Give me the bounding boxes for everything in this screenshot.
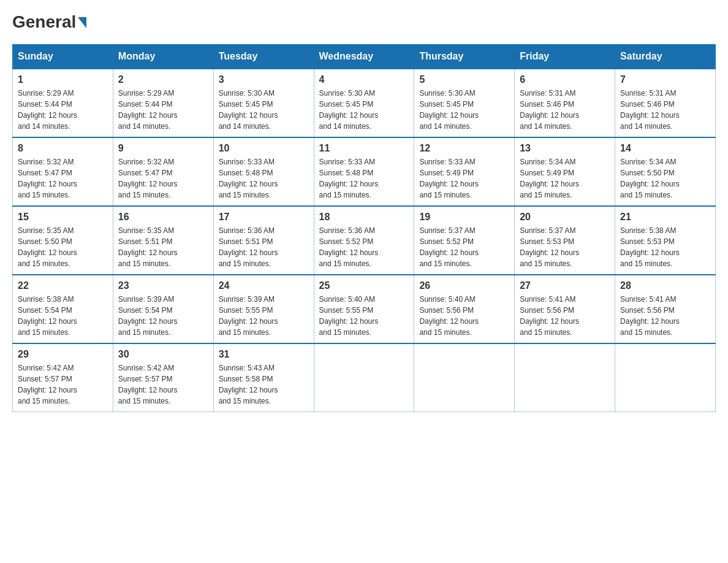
day-number: 29	[18, 349, 108, 360]
day-info: Sunrise: 5:34 AMSunset: 5:49 PMDaylight:…	[520, 156, 610, 201]
day-info: Sunrise: 5:33 AMSunset: 5:48 PMDaylight:…	[319, 156, 409, 201]
day-info: Sunrise: 5:40 AMSunset: 5:55 PMDaylight:…	[319, 294, 409, 338]
day-cell-3: 3Sunrise: 5:30 AMSunset: 5:45 PMDaylight…	[213, 69, 314, 137]
day-info: Sunrise: 5:39 AMSunset: 5:54 PMDaylight:…	[118, 294, 208, 338]
empty-cell	[314, 343, 414, 412]
weekday-header-tuesday: Tuesday	[213, 45, 314, 69]
day-number: 15	[18, 212, 108, 223]
day-cell-17: 17Sunrise: 5:36 AMSunset: 5:51 PMDayligh…	[213, 206, 314, 275]
day-cell-10: 10Sunrise: 5:33 AMSunset: 5:48 PMDayligh…	[213, 137, 314, 206]
day-number: 1	[18, 74, 108, 85]
weekday-header-monday: Monday	[113, 45, 213, 69]
logo: General	[12, 12, 86, 32]
weekday-header-friday: Friday	[515, 45, 615, 69]
day-number: 12	[419, 143, 509, 154]
day-number: 22	[18, 280, 108, 291]
day-number: 5	[419, 74, 509, 85]
day-number: 6	[520, 74, 610, 85]
day-cell-8: 8Sunrise: 5:32 AMSunset: 5:47 PMDaylight…	[13, 137, 113, 206]
day-number: 16	[118, 212, 208, 223]
day-info: Sunrise: 5:42 AMSunset: 5:57 PMDaylight:…	[18, 362, 108, 407]
day-cell-29: 29Sunrise: 5:42 AMSunset: 5:57 PMDayligh…	[13, 343, 113, 412]
day-info: Sunrise: 5:35 AMSunset: 5:51 PMDaylight:…	[118, 225, 208, 269]
day-cell-2: 2Sunrise: 5:29 AMSunset: 5:44 PMDaylight…	[113, 69, 213, 137]
day-info: Sunrise: 5:41 AMSunset: 5:56 PMDaylight:…	[520, 294, 610, 338]
day-number: 11	[319, 143, 409, 154]
day-number: 14	[620, 143, 710, 154]
day-cell-11: 11Sunrise: 5:33 AMSunset: 5:48 PMDayligh…	[314, 137, 414, 206]
weekday-header-thursday: Thursday	[414, 45, 515, 69]
day-cell-27: 27Sunrise: 5:41 AMSunset: 5:56 PMDayligh…	[515, 275, 615, 343]
day-number: 3	[219, 74, 309, 85]
week-row-4: 22Sunrise: 5:38 AMSunset: 5:54 PMDayligh…	[13, 275, 716, 343]
day-info: Sunrise: 5:33 AMSunset: 5:48 PMDaylight:…	[219, 156, 309, 201]
day-number: 24	[219, 280, 309, 291]
day-cell-13: 13Sunrise: 5:34 AMSunset: 5:49 PMDayligh…	[515, 137, 615, 206]
page-header: General	[12, 12, 716, 32]
day-info: Sunrise: 5:40 AMSunset: 5:56 PMDaylight:…	[419, 294, 509, 338]
day-number: 30	[118, 349, 208, 360]
day-info: Sunrise: 5:29 AMSunset: 5:44 PMDaylight:…	[118, 88, 208, 132]
day-number: 8	[18, 143, 108, 154]
week-row-5: 29Sunrise: 5:42 AMSunset: 5:57 PMDayligh…	[13, 343, 716, 412]
logo-arrow-icon	[78, 17, 86, 28]
day-number: 17	[219, 212, 309, 223]
day-cell-12: 12Sunrise: 5:33 AMSunset: 5:49 PMDayligh…	[414, 137, 515, 206]
day-info: Sunrise: 5:30 AMSunset: 5:45 PMDaylight:…	[319, 88, 409, 132]
day-number: 21	[620, 212, 710, 223]
day-cell-6: 6Sunrise: 5:31 AMSunset: 5:46 PMDaylight…	[515, 69, 615, 137]
day-number: 9	[118, 143, 208, 154]
empty-cell	[515, 343, 615, 412]
day-cell-24: 24Sunrise: 5:39 AMSunset: 5:55 PMDayligh…	[213, 275, 314, 343]
calendar-table: SundayMondayTuesdayWednesdayThursdayFrid…	[12, 44, 716, 412]
day-number: 7	[620, 74, 710, 85]
day-info: Sunrise: 5:32 AMSunset: 5:47 PMDaylight:…	[18, 156, 108, 201]
day-info: Sunrise: 5:38 AMSunset: 5:53 PMDaylight:…	[620, 225, 710, 269]
day-cell-23: 23Sunrise: 5:39 AMSunset: 5:54 PMDayligh…	[113, 275, 213, 343]
day-info: Sunrise: 5:43 AMSunset: 5:58 PMDaylight:…	[219, 362, 309, 407]
day-number: 10	[219, 143, 309, 154]
day-cell-7: 7Sunrise: 5:31 AMSunset: 5:46 PMDaylight…	[615, 69, 716, 137]
day-number: 4	[319, 74, 409, 85]
week-row-2: 8Sunrise: 5:32 AMSunset: 5:47 PMDaylight…	[13, 137, 716, 206]
day-info: Sunrise: 5:35 AMSunset: 5:50 PMDaylight:…	[18, 225, 108, 269]
day-cell-1: 1Sunrise: 5:29 AMSunset: 5:44 PMDaylight…	[13, 69, 113, 137]
day-cell-5: 5Sunrise: 5:30 AMSunset: 5:45 PMDaylight…	[414, 69, 515, 137]
weekday-header-row: SundayMondayTuesdayWednesdayThursdayFrid…	[13, 45, 716, 69]
day-number: 2	[118, 74, 208, 85]
day-cell-26: 26Sunrise: 5:40 AMSunset: 5:56 PMDayligh…	[414, 275, 515, 343]
empty-cell	[414, 343, 515, 412]
day-info: Sunrise: 5:29 AMSunset: 5:44 PMDaylight:…	[18, 88, 108, 132]
day-cell-9: 9Sunrise: 5:32 AMSunset: 5:47 PMDaylight…	[113, 137, 213, 206]
empty-cell	[615, 343, 716, 412]
day-info: Sunrise: 5:36 AMSunset: 5:52 PMDaylight:…	[319, 225, 409, 269]
day-number: 18	[319, 212, 409, 223]
day-info: Sunrise: 5:42 AMSunset: 5:57 PMDaylight:…	[118, 362, 208, 407]
day-cell-20: 20Sunrise: 5:37 AMSunset: 5:53 PMDayligh…	[515, 206, 615, 275]
day-cell-30: 30Sunrise: 5:42 AMSunset: 5:57 PMDayligh…	[113, 343, 213, 412]
weekday-header-wednesday: Wednesday	[314, 45, 414, 69]
logo-general: General	[12, 12, 86, 32]
day-info: Sunrise: 5:39 AMSunset: 5:55 PMDaylight:…	[219, 294, 309, 338]
day-number: 31	[219, 349, 309, 360]
day-number: 13	[520, 143, 610, 154]
day-cell-15: 15Sunrise: 5:35 AMSunset: 5:50 PMDayligh…	[13, 206, 113, 275]
day-number: 25	[319, 280, 409, 291]
day-cell-28: 28Sunrise: 5:41 AMSunset: 5:56 PMDayligh…	[615, 275, 716, 343]
day-cell-4: 4Sunrise: 5:30 AMSunset: 5:45 PMDaylight…	[314, 69, 414, 137]
day-info: Sunrise: 5:30 AMSunset: 5:45 PMDaylight:…	[419, 88, 509, 132]
day-info: Sunrise: 5:33 AMSunset: 5:49 PMDaylight:…	[419, 156, 509, 201]
day-info: Sunrise: 5:38 AMSunset: 5:54 PMDaylight:…	[18, 294, 108, 338]
day-info: Sunrise: 5:34 AMSunset: 5:50 PMDaylight:…	[620, 156, 710, 201]
day-number: 28	[620, 280, 710, 291]
week-row-1: 1Sunrise: 5:29 AMSunset: 5:44 PMDaylight…	[13, 69, 716, 137]
day-number: 23	[118, 280, 208, 291]
week-row-3: 15Sunrise: 5:35 AMSunset: 5:50 PMDayligh…	[13, 206, 716, 275]
day-info: Sunrise: 5:32 AMSunset: 5:47 PMDaylight:…	[118, 156, 208, 201]
day-cell-31: 31Sunrise: 5:43 AMSunset: 5:58 PMDayligh…	[213, 343, 314, 412]
day-cell-22: 22Sunrise: 5:38 AMSunset: 5:54 PMDayligh…	[13, 275, 113, 343]
day-info: Sunrise: 5:31 AMSunset: 5:46 PMDaylight:…	[520, 88, 610, 132]
day-info: Sunrise: 5:31 AMSunset: 5:46 PMDaylight:…	[620, 88, 710, 132]
day-info: Sunrise: 5:37 AMSunset: 5:53 PMDaylight:…	[520, 225, 610, 269]
day-cell-14: 14Sunrise: 5:34 AMSunset: 5:50 PMDayligh…	[615, 137, 716, 206]
